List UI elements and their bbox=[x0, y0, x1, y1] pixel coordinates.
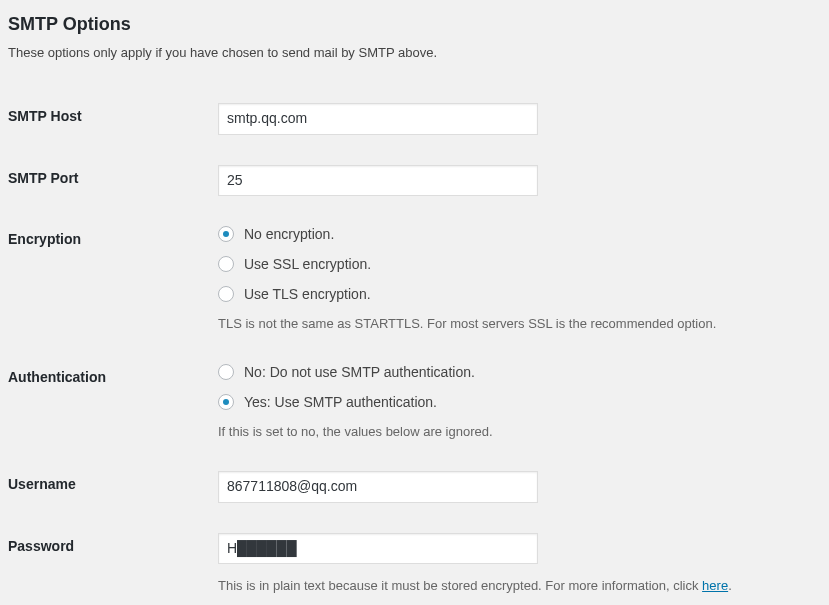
authentication-option-yes[interactable]: Yes: Use SMTP authentication. bbox=[218, 394, 811, 410]
encryption-option-none[interactable]: No encryption. bbox=[218, 226, 811, 242]
username-input[interactable] bbox=[218, 471, 538, 503]
encryption-option-none-label: No encryption. bbox=[244, 226, 334, 242]
section-subtitle: These options only apply if you have cho… bbox=[8, 45, 821, 60]
authentication-label: Authentication bbox=[8, 349, 208, 457]
radio-icon bbox=[218, 256, 234, 272]
radio-icon bbox=[218, 394, 234, 410]
radio-icon bbox=[218, 226, 234, 242]
authentication-option-yes-label: Yes: Use SMTP authentication. bbox=[244, 394, 437, 410]
radio-icon bbox=[218, 364, 234, 380]
section-title: SMTP Options bbox=[8, 14, 821, 35]
authentication-description: If this is set to no, the values below a… bbox=[218, 422, 811, 442]
smtp-port-label: SMTP Port bbox=[8, 150, 208, 212]
password-input[interactable] bbox=[218, 533, 538, 565]
username-label: Username bbox=[8, 456, 208, 518]
encryption-description: TLS is not the same as STARTTLS. For mos… bbox=[218, 314, 811, 334]
radio-icon bbox=[218, 286, 234, 302]
smtp-host-label: SMTP Host bbox=[8, 88, 208, 150]
smtp-host-input[interactable] bbox=[218, 103, 538, 135]
encryption-option-ssl[interactable]: Use SSL encryption. bbox=[218, 256, 811, 272]
encryption-label: Encryption bbox=[8, 211, 208, 349]
authentication-option-no[interactable]: No: Do not use SMTP authentication. bbox=[218, 364, 811, 380]
password-info-link[interactable]: here bbox=[702, 578, 728, 593]
password-label: Password bbox=[8, 518, 208, 605]
smtp-port-input[interactable] bbox=[218, 165, 538, 197]
encryption-option-tls[interactable]: Use TLS encryption. bbox=[218, 286, 811, 302]
password-description: This is in plain text because it must be… bbox=[218, 576, 811, 596]
encryption-option-ssl-label: Use SSL encryption. bbox=[244, 256, 371, 272]
encryption-option-tls-label: Use TLS encryption. bbox=[244, 286, 371, 302]
authentication-option-no-label: No: Do not use SMTP authentication. bbox=[244, 364, 475, 380]
